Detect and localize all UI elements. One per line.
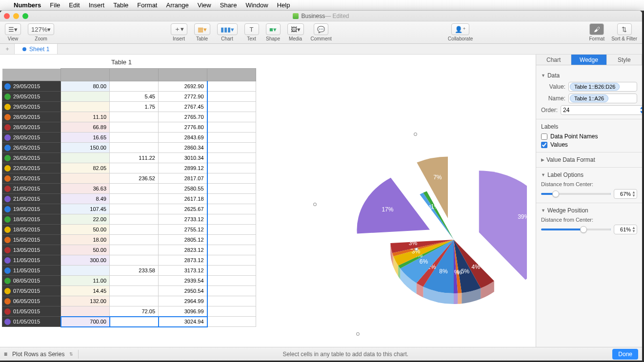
cell[interactable]: 150.00 xyxy=(61,143,110,153)
collaborate-button[interactable]: 👤⁺ xyxy=(451,23,469,35)
sheet-tab[interactable]: Sheet 1 xyxy=(15,44,58,54)
cell[interactable] xyxy=(61,92,110,102)
cell[interactable]: 300.00 xyxy=(61,255,110,266)
row-header[interactable]: 18/05/2015 xyxy=(2,225,61,235)
cell[interactable]: 132.00 xyxy=(61,296,110,306)
chart-button[interactable]: ▮▮▮▾ xyxy=(217,23,238,35)
checkbox-data-point-names[interactable]: Data Point Names xyxy=(541,133,637,140)
cell[interactable]: 16.65 xyxy=(61,133,110,143)
cell[interactable] xyxy=(207,214,256,225)
cell[interactable]: 2617.18 xyxy=(159,194,207,204)
cell[interactable]: 66.89 xyxy=(61,122,110,133)
menu-window[interactable]: Window xyxy=(245,1,268,9)
row-header[interactable]: 11/05/2015 xyxy=(2,266,61,276)
cell[interactable]: 111.22 xyxy=(110,153,159,163)
window-minimize-button[interactable] xyxy=(13,13,19,19)
cell[interactable] xyxy=(110,276,159,286)
cell[interactable] xyxy=(110,255,159,266)
cell[interactable]: 2767.45 xyxy=(159,102,207,112)
row-header[interactable]: 28/05/2015 xyxy=(2,133,61,143)
cell[interactable]: 2772.90 xyxy=(159,92,207,102)
cell[interactable] xyxy=(61,102,110,112)
shape-button[interactable]: ■▾ xyxy=(266,23,281,35)
cell[interactable] xyxy=(110,122,159,133)
cell[interactable] xyxy=(207,225,256,235)
cell[interactable]: 2860.34 xyxy=(159,143,207,153)
column-header[interactable] xyxy=(61,69,110,81)
cell[interactable]: 2939.54 xyxy=(159,276,207,286)
cell[interactable]: 2843.69 xyxy=(159,133,207,143)
checkbox-values[interactable]: Values xyxy=(541,141,637,148)
cell[interactable]: 2805.12 xyxy=(159,235,207,245)
cell[interactable] xyxy=(110,296,159,306)
cell[interactable] xyxy=(207,245,256,255)
inspector-tab-style[interactable]: Style xyxy=(607,55,642,65)
inspector-tab-chart[interactable]: Chart xyxy=(536,55,571,65)
row-header[interactable]: 11/05/2015 xyxy=(2,255,61,266)
cell[interactable]: 2776.80 xyxy=(159,122,207,133)
table-title[interactable]: Table 1 xyxy=(111,58,132,66)
row-header[interactable]: 22/05/2015 xyxy=(2,173,61,184)
cell[interactable] xyxy=(207,317,256,327)
window-edited-indicator[interactable]: — Edited xyxy=(325,13,349,19)
cell[interactable]: 5.45 xyxy=(110,92,159,102)
cell[interactable]: 14.45 xyxy=(61,286,110,296)
cell[interactable]: 2755.12 xyxy=(159,225,207,235)
cell[interactable]: 3010.34 xyxy=(159,153,207,163)
cell[interactable] xyxy=(207,184,256,194)
table-corner[interactable] xyxy=(2,69,61,81)
cell[interactable] xyxy=(61,153,110,163)
inspector-tab-wedge[interactable]: Wedge xyxy=(571,55,606,65)
name-ref-field[interactable]: Table 1::A26 xyxy=(568,94,637,103)
cell[interactable] xyxy=(207,133,256,143)
cell[interactable]: 2625.67 xyxy=(159,204,207,214)
menu-view[interactable]: View xyxy=(198,1,211,9)
cell[interactable]: 3173.12 xyxy=(159,266,207,276)
cell[interactable]: 2964.99 xyxy=(159,296,207,306)
cell[interactable] xyxy=(207,306,256,317)
cell[interactable] xyxy=(61,306,110,317)
row-header[interactable]: 22/05/2015 xyxy=(2,163,61,173)
cell[interactable]: 2733.12 xyxy=(159,214,207,225)
column-header[interactable] xyxy=(110,69,159,81)
row-header[interactable]: 07/05/2015 xyxy=(2,286,61,296)
cell[interactable]: 11.00 xyxy=(61,276,110,286)
cell[interactable]: 2765.70 xyxy=(159,112,207,122)
done-button[interactable]: Done xyxy=(612,349,638,360)
cell[interactable] xyxy=(110,163,159,173)
cell[interactable] xyxy=(207,266,256,276)
cell[interactable] xyxy=(207,255,256,266)
cell[interactable]: 2692.90 xyxy=(159,81,207,92)
cell[interactable]: 3096.99 xyxy=(159,306,207,317)
section-label-options[interactable]: ▼Label Options xyxy=(541,171,637,178)
cell[interactable] xyxy=(207,163,256,173)
row-header[interactable]: 13/05/2015 xyxy=(2,245,61,255)
row-header[interactable]: 06/05/2015 xyxy=(2,296,61,306)
add-sheet-button[interactable]: ＋ xyxy=(0,44,15,54)
row-header[interactable]: 15/05/2015 xyxy=(2,235,61,245)
cell[interactable]: 72.05 xyxy=(110,306,159,317)
cell[interactable] xyxy=(110,194,159,204)
format-panel-button[interactable]: 🖌 xyxy=(589,23,604,35)
selection-handle[interactable] xyxy=(415,248,418,251)
cell[interactable] xyxy=(207,286,256,296)
wedge-distance-value[interactable]: 61%▲▼ xyxy=(614,225,637,234)
cell[interactable] xyxy=(207,296,256,306)
menu-app[interactable]: Numbers xyxy=(14,1,41,9)
cell[interactable] xyxy=(110,317,159,327)
wedge-distance-slider[interactable] xyxy=(541,229,611,230)
cell[interactable] xyxy=(110,235,159,245)
row-header[interactable]: 28/05/2015 xyxy=(2,112,61,122)
row-header[interactable]: 08/05/2015 xyxy=(2,276,61,286)
cell[interactable]: 2823.12 xyxy=(159,245,207,255)
spreadsheet-canvas[interactable]: Table 1 29/05/201580.002692.9029/05/2015… xyxy=(0,55,536,347)
data-table[interactable]: 29/05/201580.002692.9029/05/20155.452772… xyxy=(2,68,256,327)
row-header[interactable]: 28/05/2015 xyxy=(2,122,61,133)
window-close-button[interactable] xyxy=(4,13,10,19)
cell[interactable]: 2580.55 xyxy=(159,184,207,194)
menu-share[interactable]: Share xyxy=(220,1,237,9)
label-distance-value[interactable]: 67%▲▼ xyxy=(614,189,637,199)
cell[interactable] xyxy=(110,184,159,194)
section-wedge-position[interactable]: ▼Wedge Position xyxy=(541,207,637,214)
window-titlebar[interactable]: Business — Edited xyxy=(0,11,642,21)
